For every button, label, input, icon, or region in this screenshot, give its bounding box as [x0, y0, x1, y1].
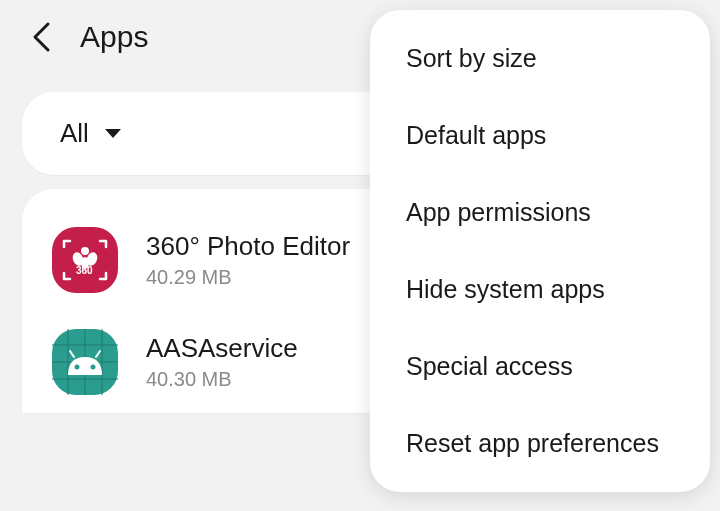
- menu-item-sort-by-size[interactable]: Sort by size: [370, 20, 710, 97]
- menu-item-app-permissions[interactable]: App permissions: [370, 174, 710, 251]
- app-size: 40.30 MB: [146, 368, 298, 391]
- menu-item-hide-system-apps[interactable]: Hide system apps: [370, 251, 710, 328]
- back-button[interactable]: [30, 21, 52, 53]
- overflow-menu: Sort by size Default apps App permission…: [370, 10, 710, 492]
- back-icon: [30, 21, 52, 53]
- menu-item-special-access[interactable]: Special access: [370, 328, 710, 405]
- app-name: AASAservice: [146, 333, 298, 364]
- svg-point-15: [91, 365, 96, 370]
- filter-label: All: [60, 118, 89, 149]
- svg-text:360: 360: [76, 265, 93, 276]
- menu-item-reset-app-preferences[interactable]: Reset app preferences: [370, 405, 710, 482]
- app-name: 360° Photo Editor: [146, 231, 350, 262]
- app-size: 40.29 MB: [146, 266, 350, 289]
- app-icon-aasaservice: [52, 329, 118, 395]
- page-title: Apps: [80, 20, 148, 54]
- app-text: 360° Photo Editor 40.29 MB: [146, 231, 350, 289]
- svg-point-14: [75, 365, 80, 370]
- dropdown-icon: [103, 127, 123, 141]
- app-icon-360photo: 360: [52, 227, 118, 293]
- svg-point-2: [81, 247, 89, 255]
- menu-item-default-apps[interactable]: Default apps: [370, 97, 710, 174]
- app-text: AASAservice 40.30 MB: [146, 333, 298, 391]
